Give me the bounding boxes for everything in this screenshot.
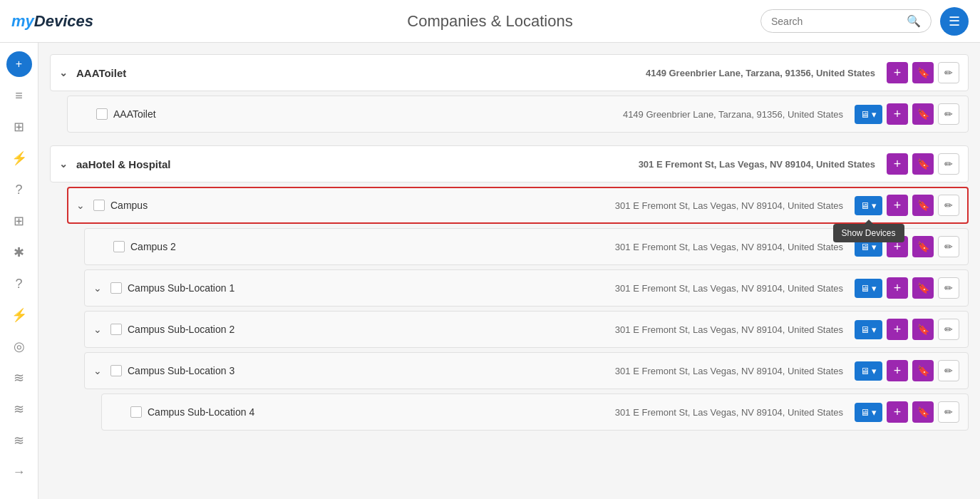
sublocation-device-button-csl1[interactable]: 🖥 ▾: [855, 279, 882, 298]
sublocation-edit-button-campus2[interactable]: ✏: [938, 236, 959, 257]
company-add-button[interactable]: +: [887, 62, 908, 83]
chevron-down-icon-campus[interactable]: ⌄: [76, 200, 85, 211]
company-edit-button[interactable]: ✏: [938, 62, 959, 83]
location-edit-button[interactable]: ✏: [938, 103, 959, 125]
map-icon: ⊞: [14, 119, 24, 135]
sublocation-name-campus2: Campus 2: [130, 241, 176, 252]
sidebar-item-lightning2[interactable]: ⚡: [6, 302, 32, 328]
sidebar-item-menu[interactable]: ≡: [6, 83, 32, 108]
plus-icon: +: [16, 58, 22, 71]
location-row-campus: ⌄ Campus 301 E Fremont St, Las Vegas, NV…: [67, 187, 969, 224]
location-bookmark-button-campus[interactable]: 🔖: [912, 195, 934, 216]
sublocation-add-button-csl3[interactable]: +: [887, 360, 908, 381]
sidebar-item-waves3[interactable]: ≋: [6, 428, 32, 453]
company-actions-2: + 🔖 ✏: [887, 153, 959, 175]
device-button-wrapper: 🖥 ▾ Show Devices: [855, 196, 882, 215]
company-add-button-2[interactable]: +: [887, 153, 908, 175]
grid-icon: ⊞: [14, 213, 24, 229]
company-address-2: 301 E Fremont St, Las Vegas, NV 89104, U…: [639, 159, 875, 170]
sublocation-bookmark-button-campus2[interactable]: 🔖: [912, 236, 934, 257]
header: myDevices Companies & Locations 🔍 ☰: [0, 0, 980, 43]
sublocation-checkbox-csl4[interactable]: [130, 406, 142, 418]
chevron-icon-csl4-d: ▾: [872, 407, 877, 418]
circle-icon: ◎: [14, 339, 25, 354]
company-edit-button-2[interactable]: ✏: [938, 153, 959, 175]
sublocation-bookmark-button-csl3[interactable]: 🔖: [912, 360, 934, 381]
sublocation-edit-button-csl3[interactable]: ✏: [938, 360, 959, 381]
device-icon-csl3: 🖥: [860, 366, 870, 376]
lightning-icon: ⚡: [11, 150, 27, 166]
sublocation-actions-csl1: 🖥 ▾ + 🔖 ✏: [855, 277, 959, 299]
sidebar: + ≡ ⊞ ⚡ ? ⊞ ✱ ? ⚡ ◎ ≋ ≋ ≋ →: [0, 43, 38, 499]
location-device-button-campus[interactable]: 🖥 ▾: [855, 196, 882, 215]
main-content: ⌄ AAAToilet 4149 Greenbrier Lane, Tarzan…: [38, 43, 980, 499]
chevron-icon-csl1[interactable]: ⌄: [93, 282, 102, 294]
location-bookmark-button[interactable]: 🔖: [912, 103, 934, 125]
search-icon: 🔍: [907, 14, 921, 28]
sublocation-bookmark-button-csl1[interactable]: 🔖: [912, 277, 934, 299]
sublocation-checkbox-csl1[interactable]: [110, 282, 122, 294]
sublocation-bookmark-button-csl2[interactable]: 🔖: [912, 319, 934, 340]
chevron-icon-csl3-d: ▾: [872, 366, 877, 376]
location-checkbox[interactable]: [96, 108, 108, 120]
location-edit-button-campus[interactable]: ✏: [938, 195, 959, 216]
sublocation-edit-button-csl1[interactable]: ✏: [938, 277, 959, 299]
sidebar-add-button[interactable]: +: [6, 51, 32, 77]
location-checkbox-campus[interactable]: [93, 200, 105, 211]
location-add-button-campus[interactable]: +: [887, 195, 908, 216]
search-input[interactable]: [771, 16, 902, 27]
company-bookmark-button-2[interactable]: 🔖: [912, 153, 934, 175]
sublocation-device-button-csl3[interactable]: 🖥 ▾: [855, 361, 882, 381]
sublocation-label-campus2: Campus 2: [93, 241, 615, 252]
sublocation-label-csl1: ⌄ Campus Sub-Location 1: [93, 282, 615, 294]
chevron-down-icon[interactable]: ⌄: [59, 67, 68, 78]
chevron-icon-csl2[interactable]: ⌄: [93, 324, 102, 335]
show-devices-tooltip: Show Devices: [832, 224, 904, 242]
sublocation-checkbox-csl3[interactable]: [110, 365, 122, 376]
chevron-down-icon-csl3[interactable]: ⌄: [93, 365, 102, 376]
device-icon-csl1: 🖥: [860, 283, 870, 294]
lightning2-icon: ⚡: [11, 307, 27, 323]
sublocation-device-button-csl4[interactable]: 🖥 ▾: [855, 403, 882, 422]
sublocation-checkbox-csl2[interactable]: [110, 324, 122, 335]
logo-devices: Devices: [34, 12, 93, 30]
menu-button[interactable]: ☰: [940, 7, 969, 36]
sublocation-device-button-csl2[interactable]: 🖥 ▾: [855, 320, 882, 339]
sidebar-item-waves2[interactable]: ≋: [6, 396, 32, 422]
sublocation-add-button-csl4[interactable]: +: [887, 401, 908, 423]
logo: myDevices: [11, 12, 93, 31]
location-device-button[interactable]: 🖥 ▾: [855, 105, 882, 124]
sidebar-item-help[interactable]: ?: [6, 177, 32, 202]
sidebar-item-devices[interactable]: ⚡: [6, 145, 32, 171]
sublocation-address-csl2: 301 E Fremont St, Las Vegas, NV 89104, U…: [615, 324, 843, 335]
sublocation-bookmark-button-csl4[interactable]: 🔖: [912, 401, 934, 423]
sublocation-actions-csl2: 🖥 ▾ + 🔖 ✏: [855, 319, 959, 340]
location-row: AAAToilet 4149 Greenbrier Lane, Tarzana,…: [67, 96, 969, 133]
sidebar-item-grid[interactable]: ⊞: [6, 208, 32, 234]
sidebar-item-waves1[interactable]: ≋: [6, 365, 32, 391]
company-bookmark-button[interactable]: 🔖: [912, 62, 934, 83]
sublocation-add-button-csl2[interactable]: +: [887, 319, 908, 340]
arrow-icon: →: [13, 465, 26, 480]
sublocation-name-csl3: Campus Sub-Location 3: [128, 365, 234, 376]
logo-my: my: [11, 12, 34, 30]
sublocation-actions-csl3: 🖥 ▾ + 🔖 ✏: [855, 360, 959, 381]
chevron-down-icon-2[interactable]: ⌄: [59, 158, 68, 170]
sublocation-name-csl4: Campus Sub-Location 4: [148, 406, 254, 418]
sidebar-item-circle[interactable]: ◎: [6, 334, 32, 359]
chevron-icon-csl2-d: ▾: [872, 324, 877, 335]
sidebar-item-arrow[interactable]: →: [6, 459, 32, 485]
sublocation-address-csl1: 301 E Fremont St, Las Vegas, NV 89104, U…: [615, 283, 843, 294]
sidebar-item-star[interactable]: ✱: [6, 240, 32, 265]
company-label-2: ⌄ aaHotel & Hospital: [59, 158, 639, 170]
company-address: 4149 Greenbrier Lane, Tarzana, 91356, Un…: [646, 68, 875, 78]
help-icon: ?: [15, 182, 22, 197]
sublocation-edit-button-csl4[interactable]: ✏: [938, 401, 959, 423]
sidebar-item-map[interactable]: ⊞: [6, 114, 32, 140]
sublocation-edit-button-csl2[interactable]: ✏: [938, 319, 959, 340]
search-box[interactable]: 🔍: [760, 9, 932, 33]
sublocation-checkbox-campus2[interactable]: [113, 241, 125, 252]
sidebar-item-question[interactable]: ?: [6, 271, 32, 297]
sublocation-add-button-csl1[interactable]: +: [887, 277, 908, 299]
location-add-button[interactable]: +: [887, 103, 908, 125]
